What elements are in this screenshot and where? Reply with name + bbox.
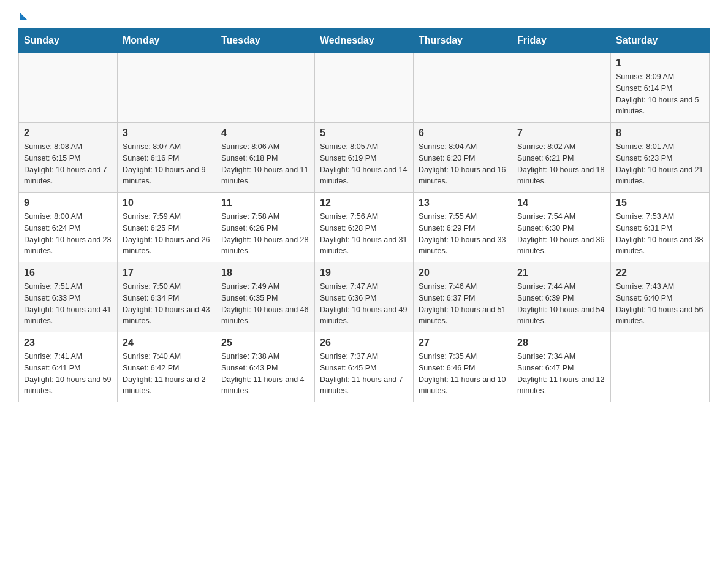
weekday-header-row: SundayMondayTuesdayWednesdayThursdayFrid… bbox=[19, 29, 710, 53]
calendar-cell: 1Sunrise: 8:09 AMSunset: 6:14 PMDaylight… bbox=[611, 53, 710, 123]
day-number: 28 bbox=[517, 337, 605, 348]
calendar-cell bbox=[315, 53, 414, 123]
day-number: 20 bbox=[419, 267, 507, 278]
calendar-cell: 20Sunrise: 7:46 AMSunset: 6:37 PMDayligh… bbox=[414, 262, 512, 332]
day-number: 19 bbox=[320, 267, 408, 278]
day-info: Sunrise: 7:43 AMSunset: 6:40 PMDaylight:… bbox=[616, 281, 704, 327]
day-number: 7 bbox=[517, 128, 605, 139]
day-number: 10 bbox=[123, 197, 211, 209]
day-info: Sunrise: 8:01 AMSunset: 6:23 PMDaylight:… bbox=[616, 141, 704, 187]
calendar-cell: 3Sunrise: 8:07 AMSunset: 6:16 PMDaylight… bbox=[118, 123, 216, 193]
calendar-cell: 28Sunrise: 7:34 AMSunset: 6:47 PMDayligh… bbox=[512, 332, 611, 402]
logo-general-text bbox=[18, 12, 27, 22]
calendar-week-row: 16Sunrise: 7:51 AMSunset: 6:33 PMDayligh… bbox=[19, 262, 710, 332]
calendar-cell: 27Sunrise: 7:35 AMSunset: 6:46 PMDayligh… bbox=[414, 332, 512, 402]
weekday-header-thursday: Thursday bbox=[414, 29, 512, 53]
day-number: 8 bbox=[616, 128, 704, 139]
day-info: Sunrise: 7:56 AMSunset: 6:28 PMDaylight:… bbox=[320, 211, 408, 257]
day-number: 27 bbox=[419, 337, 507, 348]
calendar-cell bbox=[118, 53, 216, 123]
day-number: 15 bbox=[616, 197, 704, 209]
day-info: Sunrise: 7:55 AMSunset: 6:29 PMDaylight:… bbox=[419, 211, 507, 257]
day-number: 23 bbox=[24, 337, 112, 348]
weekday-header-friday: Friday bbox=[512, 29, 611, 53]
day-number: 26 bbox=[320, 337, 408, 348]
weekday-header-tuesday: Tuesday bbox=[216, 29, 315, 53]
day-info: Sunrise: 8:06 AMSunset: 6:18 PMDaylight:… bbox=[221, 141, 309, 187]
calendar-cell bbox=[414, 53, 512, 123]
day-info: Sunrise: 7:41 AMSunset: 6:41 PMDaylight:… bbox=[24, 351, 112, 397]
calendar-cell: 26Sunrise: 7:37 AMSunset: 6:45 PMDayligh… bbox=[315, 332, 414, 402]
calendar-cell: 15Sunrise: 7:53 AMSunset: 6:31 PMDayligh… bbox=[611, 193, 710, 262]
day-info: Sunrise: 7:37 AMSunset: 6:45 PMDaylight:… bbox=[320, 351, 408, 397]
day-number: 12 bbox=[320, 197, 408, 209]
calendar-cell: 10Sunrise: 7:59 AMSunset: 6:25 PMDayligh… bbox=[118, 193, 216, 262]
day-number: 2 bbox=[24, 128, 112, 139]
day-info: Sunrise: 7:40 AMSunset: 6:42 PMDaylight:… bbox=[123, 351, 211, 397]
calendar-cell: 7Sunrise: 8:02 AMSunset: 6:21 PMDaylight… bbox=[512, 123, 611, 193]
day-info: Sunrise: 7:53 AMSunset: 6:31 PMDaylight:… bbox=[616, 211, 704, 257]
calendar-cell: 6Sunrise: 8:04 AMSunset: 6:20 PMDaylight… bbox=[414, 123, 512, 193]
day-info: Sunrise: 7:46 AMSunset: 6:37 PMDaylight:… bbox=[419, 281, 507, 327]
day-number: 4 bbox=[221, 128, 309, 139]
calendar-cell: 12Sunrise: 7:56 AMSunset: 6:28 PMDayligh… bbox=[315, 193, 414, 262]
day-info: Sunrise: 7:59 AMSunset: 6:25 PMDaylight:… bbox=[123, 211, 211, 257]
calendar-week-row: 2Sunrise: 8:08 AMSunset: 6:15 PMDaylight… bbox=[19, 123, 710, 193]
calendar-cell: 19Sunrise: 7:47 AMSunset: 6:36 PMDayligh… bbox=[315, 262, 414, 332]
day-info: Sunrise: 7:38 AMSunset: 6:43 PMDaylight:… bbox=[221, 351, 309, 397]
day-number: 17 bbox=[123, 267, 211, 278]
calendar-cell: 8Sunrise: 8:01 AMSunset: 6:23 PMDaylight… bbox=[611, 123, 710, 193]
calendar-cell: 4Sunrise: 8:06 AMSunset: 6:18 PMDaylight… bbox=[216, 123, 315, 193]
day-info: Sunrise: 8:08 AMSunset: 6:15 PMDaylight:… bbox=[24, 141, 112, 187]
calendar-cell bbox=[216, 53, 315, 123]
day-number: 22 bbox=[616, 267, 704, 278]
logo bbox=[18, 12, 27, 22]
logo-triangle-icon bbox=[20, 12, 27, 20]
day-info: Sunrise: 7:51 AMSunset: 6:33 PMDaylight:… bbox=[24, 281, 112, 327]
weekday-header-monday: Monday bbox=[118, 29, 216, 53]
day-info: Sunrise: 8:07 AMSunset: 6:16 PMDaylight:… bbox=[123, 141, 211, 187]
day-info: Sunrise: 7:35 AMSunset: 6:46 PMDaylight:… bbox=[419, 351, 507, 397]
day-number: 1 bbox=[616, 58, 704, 69]
calendar-cell: 2Sunrise: 8:08 AMSunset: 6:15 PMDaylight… bbox=[19, 123, 118, 193]
day-number: 6 bbox=[419, 128, 507, 139]
calendar-cell: 22Sunrise: 7:43 AMSunset: 6:40 PMDayligh… bbox=[611, 262, 710, 332]
day-info: Sunrise: 7:58 AMSunset: 6:26 PMDaylight:… bbox=[221, 211, 309, 257]
calendar-week-row: 23Sunrise: 7:41 AMSunset: 6:41 PMDayligh… bbox=[19, 332, 710, 402]
calendar-cell: 9Sunrise: 8:00 AMSunset: 6:24 PMDaylight… bbox=[19, 193, 118, 262]
day-info: Sunrise: 8:09 AMSunset: 6:14 PMDaylight:… bbox=[616, 71, 704, 117]
calendar-cell: 13Sunrise: 7:55 AMSunset: 6:29 PMDayligh… bbox=[414, 193, 512, 262]
calendar-week-row: 1Sunrise: 8:09 AMSunset: 6:14 PMDaylight… bbox=[19, 53, 710, 123]
day-info: Sunrise: 8:00 AMSunset: 6:24 PMDaylight:… bbox=[24, 211, 112, 257]
calendar-cell bbox=[512, 53, 611, 123]
calendar-cell: 16Sunrise: 7:51 AMSunset: 6:33 PMDayligh… bbox=[19, 262, 118, 332]
day-number: 13 bbox=[419, 197, 507, 209]
calendar-cell: 11Sunrise: 7:58 AMSunset: 6:26 PMDayligh… bbox=[216, 193, 315, 262]
day-number: 24 bbox=[123, 337, 211, 348]
calendar-cell: 17Sunrise: 7:50 AMSunset: 6:34 PMDayligh… bbox=[118, 262, 216, 332]
weekday-header-sunday: Sunday bbox=[19, 29, 118, 53]
day-info: Sunrise: 8:05 AMSunset: 6:19 PMDaylight:… bbox=[320, 141, 408, 187]
day-info: Sunrise: 7:34 AMSunset: 6:47 PMDaylight:… bbox=[517, 351, 605, 397]
page-header bbox=[18, 12, 710, 22]
day-info: Sunrise: 7:44 AMSunset: 6:39 PMDaylight:… bbox=[517, 281, 605, 327]
calendar-cell: 14Sunrise: 7:54 AMSunset: 6:30 PMDayligh… bbox=[512, 193, 611, 262]
day-number: 18 bbox=[221, 267, 309, 278]
day-number: 5 bbox=[320, 128, 408, 139]
day-number: 25 bbox=[221, 337, 309, 348]
calendar-cell: 18Sunrise: 7:49 AMSunset: 6:35 PMDayligh… bbox=[216, 262, 315, 332]
day-number: 21 bbox=[517, 267, 605, 278]
day-info: Sunrise: 8:04 AMSunset: 6:20 PMDaylight:… bbox=[419, 141, 507, 187]
day-number: 11 bbox=[221, 197, 309, 209]
calendar-cell: 24Sunrise: 7:40 AMSunset: 6:42 PMDayligh… bbox=[118, 332, 216, 402]
calendar-cell: 25Sunrise: 7:38 AMSunset: 6:43 PMDayligh… bbox=[216, 332, 315, 402]
calendar-cell bbox=[19, 53, 118, 123]
day-info: Sunrise: 7:47 AMSunset: 6:36 PMDaylight:… bbox=[320, 281, 408, 327]
calendar-cell: 5Sunrise: 8:05 AMSunset: 6:19 PMDaylight… bbox=[315, 123, 414, 193]
day-info: Sunrise: 7:49 AMSunset: 6:35 PMDaylight:… bbox=[221, 281, 309, 327]
day-info: Sunrise: 7:50 AMSunset: 6:34 PMDaylight:… bbox=[123, 281, 211, 327]
calendar-week-row: 9Sunrise: 8:00 AMSunset: 6:24 PMDaylight… bbox=[19, 193, 710, 262]
weekday-header-saturday: Saturday bbox=[611, 29, 710, 53]
calendar-table: SundayMondayTuesdayWednesdayThursdayFrid… bbox=[18, 28, 710, 402]
day-info: Sunrise: 7:54 AMSunset: 6:30 PMDaylight:… bbox=[517, 211, 605, 257]
